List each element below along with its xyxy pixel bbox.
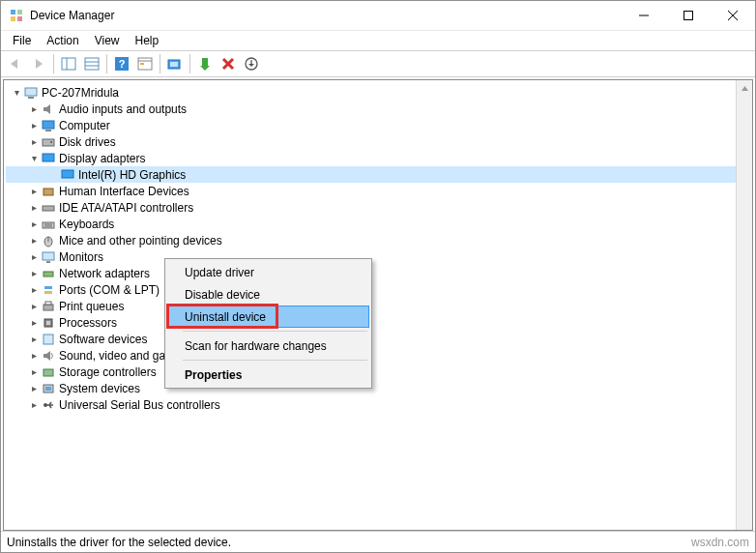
maximize-button[interactable] <box>666 1 711 30</box>
tree-label: PC-207Mridula <box>42 86 119 100</box>
svg-rect-50 <box>44 369 53 376</box>
tree-item-hid[interactable]: ▸ Human Interface Devices <box>6 183 752 199</box>
storage-icon <box>41 364 56 380</box>
help-button[interactable]: ? <box>111 53 132 74</box>
tree-item-system[interactable]: ▸ System devices <box>6 380 752 396</box>
context-separator <box>183 360 367 361</box>
tree-item-keyboards[interactable]: ▸ Keyboards <box>6 216 752 232</box>
svg-rect-10 <box>85 58 99 70</box>
chevron-right-icon[interactable]: ▸ <box>27 218 41 229</box>
tree-root[interactable]: ▾ PC-207Mridula <box>6 84 752 101</box>
context-scan-hardware[interactable]: Scan for hardware changes <box>167 335 369 357</box>
minimize-button[interactable] <box>622 1 666 30</box>
tree-label: Human Interface Devices <box>59 185 189 198</box>
window-title: Device Manager <box>30 9 622 22</box>
tree-item-intel-hd-graphics[interactable]: Intel(R) HD Graphics <box>6 166 752 183</box>
svg-rect-0 <box>11 10 15 15</box>
chevron-right-icon[interactable]: ▸ <box>27 334 41 344</box>
chevron-right-icon[interactable]: ▸ <box>27 235 41 246</box>
chevron-right-icon[interactable]: ▸ <box>27 103 41 114</box>
chevron-down-icon[interactable]: ▾ <box>27 153 41 163</box>
chevron-right-icon[interactable]: ▸ <box>27 202 41 213</box>
back-button[interactable] <box>5 53 26 74</box>
tree-item-display[interactable]: ▾ Display adapters <box>6 150 752 166</box>
tree-item-network[interactable]: ▸ Network adapters <box>6 265 752 281</box>
tree-item-print-queues[interactable]: ▸ Print queues <box>6 298 752 314</box>
chevron-right-icon[interactable]: ▸ <box>27 284 41 295</box>
svg-rect-25 <box>25 88 37 96</box>
svg-rect-41 <box>46 261 50 263</box>
toolbar-separator <box>160 54 160 73</box>
chevron-right-icon[interactable]: ▸ <box>27 186 41 196</box>
title-bar: Device Manager <box>1 1 755 31</box>
svg-rect-35 <box>43 222 54 228</box>
tree-label: Display adapters <box>59 152 145 165</box>
menu-file[interactable]: File <box>5 32 39 49</box>
enable-device-button[interactable] <box>194 53 216 74</box>
context-update-driver[interactable]: Update driver <box>167 261 369 283</box>
tree-item-computer[interactable]: ▸ Computer <box>6 117 752 133</box>
close-button[interactable] <box>711 1 755 30</box>
svg-point-30 <box>50 141 52 143</box>
svg-rect-34 <box>43 206 54 211</box>
tree-item-disk[interactable]: ▸ Disk drives <box>6 133 752 150</box>
chevron-right-icon[interactable]: ▸ <box>27 350 41 361</box>
hid-icon <box>41 184 56 199</box>
uninstall-device-button[interactable] <box>218 53 239 74</box>
context-disable-device[interactable]: Disable device <box>167 283 369 306</box>
context-uninstall-device[interactable]: Uninstall device <box>167 306 369 328</box>
chevron-right-icon[interactable]: ▸ <box>27 399 41 410</box>
scan-hardware-button[interactable] <box>164 53 186 74</box>
keyboard-icon <box>41 217 56 232</box>
menu-action[interactable]: Action <box>39 32 86 49</box>
svg-rect-52 <box>45 387 51 391</box>
context-separator <box>183 331 367 332</box>
tree-item-storage[interactable]: ▸ Storage controllers <box>6 364 752 380</box>
chevron-right-icon[interactable]: ▸ <box>27 301 41 311</box>
chevron-right-icon[interactable]: ▸ <box>27 251 41 262</box>
svg-rect-44 <box>44 291 52 294</box>
tree-item-sound[interactable]: ▸ Sound, video and game controllers <box>6 347 752 364</box>
context-menu: Update driver Disable device Uninstall d… <box>164 258 372 389</box>
tree-label: Disk drives <box>59 135 116 149</box>
menu-view[interactable]: View <box>87 32 128 49</box>
system-icon <box>41 381 56 396</box>
svg-rect-42 <box>44 272 53 276</box>
tree-label: Universal Serial Bus controllers <box>59 398 220 412</box>
properties-button[interactable] <box>81 53 102 74</box>
scroll-up-icon[interactable] <box>737 80 752 97</box>
tree-item-ports[interactable]: ▸ Ports (COM & LPT) <box>6 281 752 298</box>
chevron-right-icon[interactable]: ▸ <box>27 120 41 131</box>
mouse-icon <box>41 233 56 248</box>
tree-item-processors[interactable]: ▸ Processors <box>6 314 752 331</box>
chevron-right-icon[interactable]: ▸ <box>27 136 41 147</box>
tree-item-mice[interactable]: ▸ Mice and other pointing devices <box>6 232 752 248</box>
tree-item-audio[interactable]: ▸ Audio inputs and outputs <box>6 101 752 117</box>
ide-icon <box>41 200 56 216</box>
chevron-down-icon[interactable]: ▾ <box>10 87 23 98</box>
cpu-icon <box>41 315 56 331</box>
show-hide-tree-button[interactable] <box>58 53 79 74</box>
chevron-right-icon[interactable]: ▸ <box>27 268 41 278</box>
menu-bar: File Action View Help <box>1 31 755 50</box>
forward-button[interactable] <box>28 53 49 74</box>
menu-help[interactable]: Help <box>128 32 167 49</box>
tree-item-usb[interactable]: ▸ Universal Serial Bus controllers <box>6 396 752 413</box>
tree-item-ide[interactable]: ▸ IDE ATA/ATAPI controllers <box>6 199 752 216</box>
tree-label: Storage controllers <box>59 365 157 379</box>
svg-rect-1 <box>17 10 22 15</box>
svg-rect-26 <box>28 97 34 99</box>
chevron-right-icon[interactable]: ▸ <box>27 366 41 377</box>
svg-rect-46 <box>45 302 51 305</box>
chevron-right-icon[interactable]: ▸ <box>27 317 41 328</box>
svg-rect-48 <box>46 321 50 325</box>
chevron-right-icon[interactable]: ▸ <box>27 383 41 393</box>
context-properties[interactable]: Properties <box>167 364 369 386</box>
svg-text:?: ? <box>119 58 126 70</box>
display-adapter-icon <box>41 151 56 166</box>
action-properties-button[interactable] <box>134 53 156 74</box>
tree-item-software-devices[interactable]: ▸ Software devices <box>6 331 752 347</box>
update-driver-button[interactable] <box>241 53 262 74</box>
tree-item-monitors[interactable]: ▸ Monitors <box>6 248 752 265</box>
vertical-scrollbar[interactable] <box>736 80 752 530</box>
